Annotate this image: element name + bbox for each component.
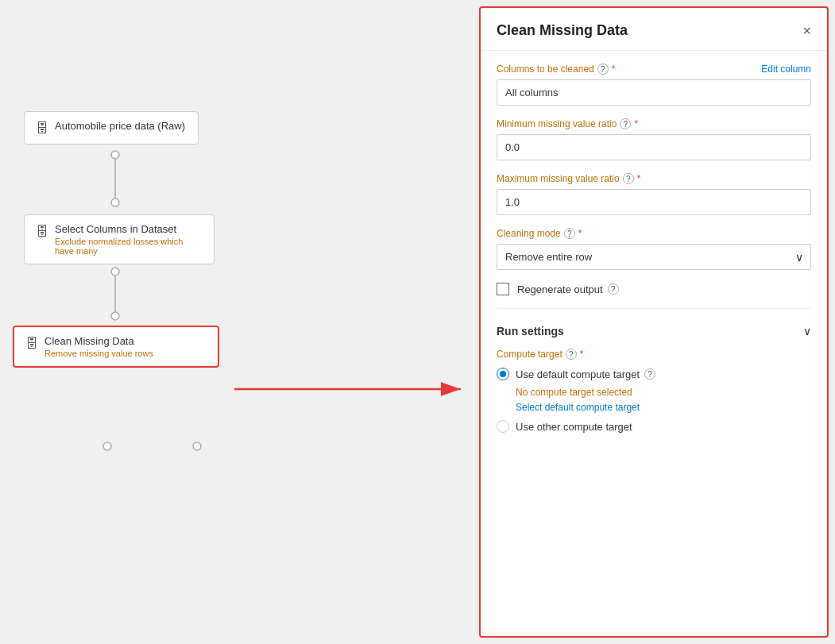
select-columns-title: Select Columns in Dataset: [55, 223, 203, 235]
compute-info: No compute target selected Select defaul…: [516, 387, 811, 414]
compute-target-help-icon[interactable]: ?: [566, 349, 577, 360]
min-ratio-input[interactable]: [497, 134, 811, 160]
cleaning-mode-help-icon[interactable]: ?: [564, 228, 575, 239]
columns-help-icon[interactable]: ?: [597, 64, 609, 75]
columns-label-text: Columns to be cleaned: [497, 64, 594, 75]
max-ratio-help-icon[interactable]: ?: [623, 173, 634, 184]
max-ratio-label-text: Maximum missing value ratio: [497, 173, 620, 184]
min-ratio-label-text: Minimum missing value ratio: [497, 118, 617, 129]
cleaning-mode-label: Cleaning mode ? *: [497, 228, 811, 239]
min-ratio-label: Minimum missing value ratio ? *: [497, 118, 811, 129]
use-other-label: Use other compute target: [516, 421, 632, 433]
svg-point-5: [111, 312, 119, 320]
automobile-node-title: Automobile price data (Raw): [55, 120, 185, 132]
select-columns-subtitle: Exclude normalized losses which have man…: [55, 237, 203, 256]
run-settings-section-header[interactable]: Run settings ∨: [497, 315, 811, 345]
min-ratio-help-icon[interactable]: ?: [620, 118, 631, 129]
columns-field-group: Columns to be cleaned ? * Edit column: [497, 64, 811, 106]
close-button[interactable]: ×: [802, 24, 811, 38]
panel-title: Clean Missing Data: [497, 22, 628, 39]
panel-body: Columns to be cleaned ? * Edit column Mi…: [481, 51, 827, 636]
columns-field-label: Columns to be cleaned ? * Edit column: [497, 64, 811, 75]
use-default-radio-row: Use default compute target ?: [497, 368, 811, 380]
svg-point-2: [111, 199, 119, 206]
regenerate-label: Regenerate output ?: [517, 283, 619, 295]
min-ratio-required: *: [634, 118, 638, 129]
columns-required: *: [612, 64, 616, 75]
use-default-help-icon[interactable]: ?: [644, 368, 655, 380]
panel-header: Clean Missing Data ×: [481, 8, 827, 51]
cleaning-mode-required: *: [578, 228, 582, 239]
use-default-radio[interactable]: [497, 368, 509, 380]
max-ratio-field-group: Maximum missing value ratio ? *: [497, 173, 811, 215]
run-settings-chevron-icon: ∨: [803, 325, 811, 337]
clean-missing-node[interactable]: 🗄 Clean Missing Data Remove missing valu…: [13, 326, 219, 368]
svg-point-4: [111, 268, 119, 276]
max-ratio-required: *: [637, 173, 641, 184]
columns-input[interactable]: [497, 79, 811, 106]
regenerate-checkbox[interactable]: [497, 283, 509, 295]
pipeline-canvas: 🗄 Automobile price data (Raw) 🗄 Select C…: [0, 0, 479, 644]
select-columns-icon: 🗄: [36, 225, 48, 239]
svg-point-1: [111, 151, 119, 159]
compute-section: Compute target ? * Use default compute t…: [497, 349, 811, 433]
use-default-label-text: Use default compute target: [516, 368, 640, 380]
use-default-label: Use default compute target ?: [516, 368, 655, 380]
cleaning-mode-label-text: Cleaning mode: [497, 228, 561, 239]
section-divider: [497, 308, 811, 309]
use-other-radio[interactable]: [497, 420, 509, 433]
compute-target-label: Compute target ? *: [497, 349, 811, 360]
clean-missing-icon: 🗄: [25, 337, 38, 351]
clean-missing-title: Clean Missing Data: [44, 335, 153, 347]
properties-panel: Clean Missing Data × Columns to be clean…: [479, 6, 829, 638]
min-ratio-field-group: Minimum missing value ratio ? *: [497, 118, 811, 160]
cleaning-mode-select-wrapper: Remove entire row Replace with mean Repl…: [497, 244, 811, 270]
regenerate-row: Regenerate output ?: [497, 283, 811, 295]
no-compute-text: No compute target selected: [516, 387, 811, 398]
use-other-radio-row: Use other compute target: [497, 420, 811, 433]
select-default-link[interactable]: Select default compute target: [516, 402, 640, 413]
regenerate-help-icon[interactable]: ?: [608, 283, 619, 295]
max-ratio-label: Maximum missing value ratio ? *: [497, 173, 811, 184]
use-other-label-text: Use other compute target: [516, 421, 632, 433]
edit-column-link[interactable]: Edit column: [761, 64, 811, 75]
cleaning-mode-select[interactable]: Remove entire row Replace with mean Repl…: [497, 244, 811, 270]
cleaning-mode-field-group: Cleaning mode ? * Remove entire row Repl…: [497, 228, 811, 270]
max-ratio-input[interactable]: [497, 189, 811, 215]
automobile-node-icon: 🗄: [36, 121, 48, 136]
svg-point-7: [193, 442, 201, 450]
run-settings-title: Run settings: [497, 325, 564, 337]
regenerate-label-text: Regenerate output: [517, 283, 603, 295]
compute-target-required: *: [580, 349, 584, 360]
svg-point-6: [103, 442, 111, 450]
automobile-node[interactable]: 🗄 Automobile price data (Raw): [24, 111, 199, 145]
clean-missing-subtitle: Remove missing value rows: [44, 349, 153, 358]
select-columns-node[interactable]: 🗄 Select Columns in Dataset Exclude norm…: [24, 214, 215, 264]
compute-target-label-text: Compute target: [497, 349, 562, 360]
